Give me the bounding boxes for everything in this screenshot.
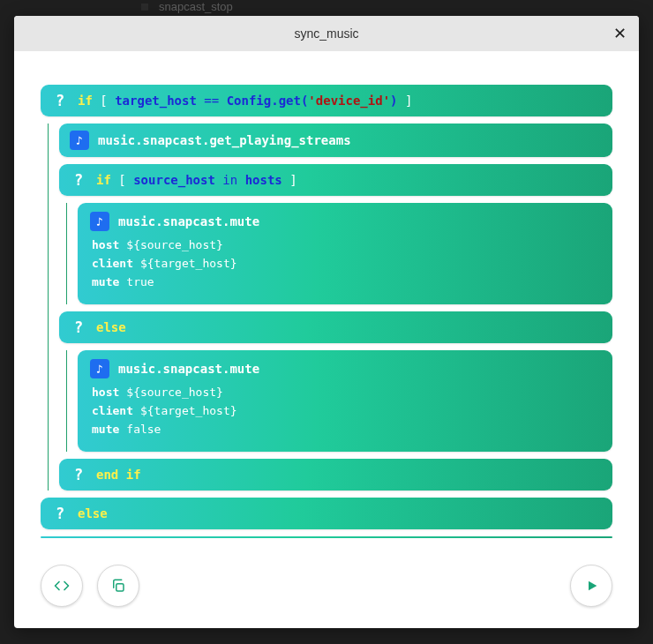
if-block-inner[interactable]: ? if [ source_host in hosts ] bbox=[59, 164, 612, 196]
copy-icon bbox=[110, 578, 126, 594]
nest-level-2a: ♪ music.snapcast.mute host ${source_host… bbox=[66, 203, 612, 304]
param-row: host ${source_host} bbox=[92, 238, 600, 251]
keyword-endif: end if bbox=[96, 468, 141, 482]
action-name: music.snapcast.get_playing_streams bbox=[98, 133, 351, 147]
param-row: host ${source_host} bbox=[92, 386, 600, 399]
background-item-label: snapcast_stop bbox=[159, 0, 233, 13]
keyword-if: if bbox=[96, 173, 111, 187]
condition-icon: ? bbox=[70, 318, 87, 336]
close-button[interactable]: ✕ bbox=[611, 25, 628, 42]
action-name: music.snapcast.mute bbox=[118, 362, 259, 376]
param-list: host ${source_host} client ${target_host… bbox=[92, 386, 600, 436]
action-mute-true[interactable]: ♪ music.snapcast.mute host ${source_host… bbox=[78, 203, 612, 304]
code-button[interactable] bbox=[41, 565, 83, 607]
if-block-outer[interactable]: ? if [ target_host == Config.get('device… bbox=[41, 85, 612, 116]
param-row: mute false bbox=[92, 423, 600, 436]
else-block-inner[interactable]: ? else bbox=[59, 311, 612, 343]
separator-line bbox=[41, 536, 612, 538]
param-list: host ${source_host} client ${target_host… bbox=[92, 238, 600, 288]
action-mute-false[interactable]: ♪ music.snapcast.mute host ${source_host… bbox=[78, 350, 612, 452]
action-get-streams[interactable]: ♪ music.snapcast.get_playing_streams bbox=[59, 124, 612, 157]
condition-icon: ? bbox=[51, 505, 69, 522]
svg-rect-0 bbox=[116, 584, 124, 591]
dialog-content: ? if [ target_host == Config.get('device… bbox=[14, 51, 639, 628]
close-icon: ✕ bbox=[613, 26, 627, 41]
music-icon: ♪ bbox=[70, 131, 89, 150]
param-row: client ${target_host} bbox=[92, 257, 600, 270]
endif-block-inner[interactable]: ? end if bbox=[59, 459, 612, 490]
run-button[interactable] bbox=[570, 565, 612, 607]
nest-level-2b: ♪ music.snapcast.mute host ${source_host… bbox=[66, 350, 612, 452]
title-bar: sync_music ✕ bbox=[14, 16, 639, 51]
play-icon bbox=[585, 579, 599, 593]
else-block-outer[interactable]: ? else bbox=[41, 498, 612, 529]
dialog: sync_music ✕ ? if [ target_host == Confi… bbox=[14, 16, 639, 628]
param-row: mute true bbox=[92, 275, 600, 288]
condition-icon: ? bbox=[51, 92, 69, 109]
copy-button[interactable] bbox=[97, 565, 139, 607]
keyword-else: else bbox=[96, 320, 126, 334]
code-icon bbox=[54, 578, 70, 594]
keyword-else: else bbox=[78, 506, 108, 520]
svg-marker-1 bbox=[589, 581, 597, 591]
stop-icon bbox=[141, 4, 148, 11]
nest-level-1: ♪ music.snapcast.get_playing_streams ? i… bbox=[48, 124, 612, 490]
param-row: client ${target_host} bbox=[92, 404, 600, 417]
music-icon: ♪ bbox=[90, 212, 109, 231]
condition-icon: ? bbox=[70, 466, 87, 483]
background-list-item: snapcast_stop bbox=[141, 0, 233, 13]
keyword-if: if bbox=[78, 94, 93, 108]
dialog-title: sync_music bbox=[294, 26, 358, 41]
music-icon: ♪ bbox=[90, 359, 109, 378]
backdrop: snapcast_stop sync_music ✕ ? if [ target… bbox=[0, 0, 653, 644]
action-name: music.snapcast.mute bbox=[118, 214, 259, 228]
condition-icon: ? bbox=[70, 171, 87, 189]
